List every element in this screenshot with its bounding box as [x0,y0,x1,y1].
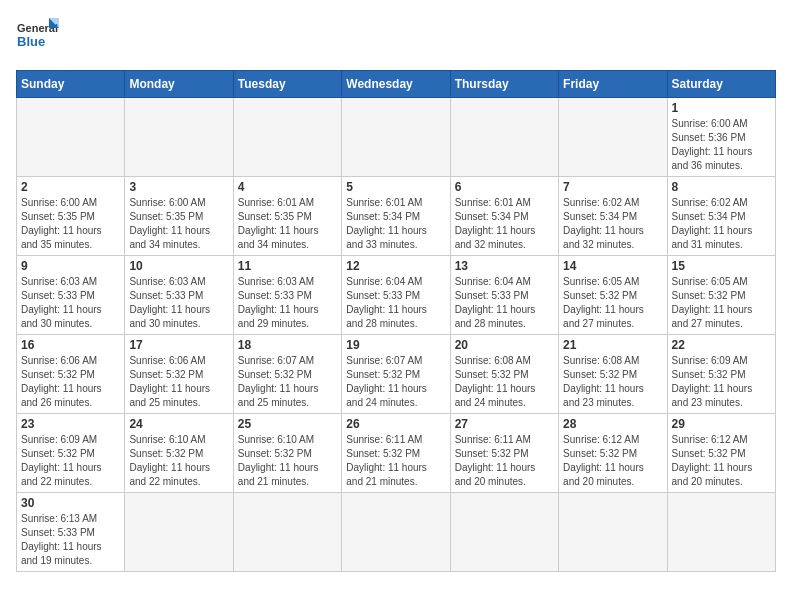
day-number: 17 [129,338,228,352]
calendar-cell [559,493,667,572]
calendar-row: 9Sunrise: 6:03 AM Sunset: 5:33 PM Daylig… [17,256,776,335]
calendar-cell [450,493,558,572]
calendar-cell: 23Sunrise: 6:09 AM Sunset: 5:32 PM Dayli… [17,414,125,493]
day-number: 25 [238,417,337,431]
day-number: 9 [21,259,120,273]
day-number: 29 [672,417,771,431]
calendar-cell [342,493,450,572]
day-number: 4 [238,180,337,194]
day-number: 24 [129,417,228,431]
day-info: Sunrise: 6:12 AM Sunset: 5:32 PM Dayligh… [672,433,771,489]
calendar-cell: 19Sunrise: 6:07 AM Sunset: 5:32 PM Dayli… [342,335,450,414]
logo-svg: General Blue [16,16,60,60]
calendar-cell: 12Sunrise: 6:04 AM Sunset: 5:33 PM Dayli… [342,256,450,335]
day-info: Sunrise: 6:07 AM Sunset: 5:32 PM Dayligh… [238,354,337,410]
day-number: 21 [563,338,662,352]
weekday-header: Saturday [667,71,775,98]
day-info: Sunrise: 6:02 AM Sunset: 5:34 PM Dayligh… [563,196,662,252]
logo: General Blue [16,16,60,60]
calendar-cell: 25Sunrise: 6:10 AM Sunset: 5:32 PM Dayli… [233,414,341,493]
calendar-row: 1Sunrise: 6:00 AM Sunset: 5:36 PM Daylig… [17,98,776,177]
day-number: 11 [238,259,337,273]
calendar-cell: 5Sunrise: 6:01 AM Sunset: 5:34 PM Daylig… [342,177,450,256]
day-info: Sunrise: 6:08 AM Sunset: 5:32 PM Dayligh… [563,354,662,410]
calendar-cell [342,98,450,177]
calendar-cell [559,98,667,177]
day-number: 1 [672,101,771,115]
calendar-row: 30Sunrise: 6:13 AM Sunset: 5:33 PM Dayli… [17,493,776,572]
day-info: Sunrise: 6:07 AM Sunset: 5:32 PM Dayligh… [346,354,445,410]
day-info: Sunrise: 6:04 AM Sunset: 5:33 PM Dayligh… [346,275,445,331]
day-info: Sunrise: 6:13 AM Sunset: 5:33 PM Dayligh… [21,512,120,568]
day-number: 20 [455,338,554,352]
calendar-cell: 8Sunrise: 6:02 AM Sunset: 5:34 PM Daylig… [667,177,775,256]
day-number: 8 [672,180,771,194]
day-number: 23 [21,417,120,431]
calendar-cell [17,98,125,177]
calendar-cell [125,493,233,572]
day-number: 7 [563,180,662,194]
day-info: Sunrise: 6:05 AM Sunset: 5:32 PM Dayligh… [672,275,771,331]
calendar-cell: 1Sunrise: 6:00 AM Sunset: 5:36 PM Daylig… [667,98,775,177]
calendar-row: 2Sunrise: 6:00 AM Sunset: 5:35 PM Daylig… [17,177,776,256]
day-info: Sunrise: 6:09 AM Sunset: 5:32 PM Dayligh… [21,433,120,489]
calendar-cell: 29Sunrise: 6:12 AM Sunset: 5:32 PM Dayli… [667,414,775,493]
day-info: Sunrise: 6:09 AM Sunset: 5:32 PM Dayligh… [672,354,771,410]
calendar-cell [233,493,341,572]
day-info: Sunrise: 6:01 AM Sunset: 5:34 PM Dayligh… [455,196,554,252]
calendar-cell: 26Sunrise: 6:11 AM Sunset: 5:32 PM Dayli… [342,414,450,493]
calendar-cell: 30Sunrise: 6:13 AM Sunset: 5:33 PM Dayli… [17,493,125,572]
calendar-cell: 7Sunrise: 6:02 AM Sunset: 5:34 PM Daylig… [559,177,667,256]
day-info: Sunrise: 6:00 AM Sunset: 5:36 PM Dayligh… [672,117,771,173]
day-info: Sunrise: 6:10 AM Sunset: 5:32 PM Dayligh… [129,433,228,489]
day-info: Sunrise: 6:06 AM Sunset: 5:32 PM Dayligh… [21,354,120,410]
calendar-cell: 2Sunrise: 6:00 AM Sunset: 5:35 PM Daylig… [17,177,125,256]
calendar-cell: 28Sunrise: 6:12 AM Sunset: 5:32 PM Dayli… [559,414,667,493]
calendar-cell: 20Sunrise: 6:08 AM Sunset: 5:32 PM Dayli… [450,335,558,414]
calendar-row: 23Sunrise: 6:09 AM Sunset: 5:32 PM Dayli… [17,414,776,493]
weekday-header: Friday [559,71,667,98]
day-number: 14 [563,259,662,273]
day-info: Sunrise: 6:01 AM Sunset: 5:35 PM Dayligh… [238,196,337,252]
calendar-cell: 17Sunrise: 6:06 AM Sunset: 5:32 PM Dayli… [125,335,233,414]
calendar-cell: 14Sunrise: 6:05 AM Sunset: 5:32 PM Dayli… [559,256,667,335]
day-info: Sunrise: 6:03 AM Sunset: 5:33 PM Dayligh… [238,275,337,331]
calendar-cell: 10Sunrise: 6:03 AM Sunset: 5:33 PM Dayli… [125,256,233,335]
calendar-cell: 3Sunrise: 6:00 AM Sunset: 5:35 PM Daylig… [125,177,233,256]
day-info: Sunrise: 6:05 AM Sunset: 5:32 PM Dayligh… [563,275,662,331]
day-info: Sunrise: 6:00 AM Sunset: 5:35 PM Dayligh… [21,196,120,252]
weekday-header: Wednesday [342,71,450,98]
day-info: Sunrise: 6:04 AM Sunset: 5:33 PM Dayligh… [455,275,554,331]
weekday-header: Sunday [17,71,125,98]
day-number: 13 [455,259,554,273]
calendar-cell: 21Sunrise: 6:08 AM Sunset: 5:32 PM Dayli… [559,335,667,414]
calendar-cell: 13Sunrise: 6:04 AM Sunset: 5:33 PM Dayli… [450,256,558,335]
weekday-header: Thursday [450,71,558,98]
day-number: 18 [238,338,337,352]
calendar-cell: 4Sunrise: 6:01 AM Sunset: 5:35 PM Daylig… [233,177,341,256]
day-info: Sunrise: 6:11 AM Sunset: 5:32 PM Dayligh… [346,433,445,489]
calendar-table: SundayMondayTuesdayWednesdayThursdayFrid… [16,70,776,572]
day-info: Sunrise: 6:00 AM Sunset: 5:35 PM Dayligh… [129,196,228,252]
day-number: 19 [346,338,445,352]
day-info: Sunrise: 6:10 AM Sunset: 5:32 PM Dayligh… [238,433,337,489]
calendar-cell: 18Sunrise: 6:07 AM Sunset: 5:32 PM Dayli… [233,335,341,414]
day-number: 22 [672,338,771,352]
calendar-cell: 16Sunrise: 6:06 AM Sunset: 5:32 PM Dayli… [17,335,125,414]
calendar-cell: 27Sunrise: 6:11 AM Sunset: 5:32 PM Dayli… [450,414,558,493]
day-info: Sunrise: 6:03 AM Sunset: 5:33 PM Dayligh… [21,275,120,331]
calendar-cell: 22Sunrise: 6:09 AM Sunset: 5:32 PM Dayli… [667,335,775,414]
day-number: 28 [563,417,662,431]
calendar-cell [450,98,558,177]
calendar-cell [125,98,233,177]
calendar-cell: 15Sunrise: 6:05 AM Sunset: 5:32 PM Dayli… [667,256,775,335]
calendar-cell: 6Sunrise: 6:01 AM Sunset: 5:34 PM Daylig… [450,177,558,256]
calendar-row: 16Sunrise: 6:06 AM Sunset: 5:32 PM Dayli… [17,335,776,414]
day-number: 26 [346,417,445,431]
day-number: 5 [346,180,445,194]
page-header: General Blue [16,16,776,60]
calendar-cell: 11Sunrise: 6:03 AM Sunset: 5:33 PM Dayli… [233,256,341,335]
day-info: Sunrise: 6:08 AM Sunset: 5:32 PM Dayligh… [455,354,554,410]
calendar-cell: 24Sunrise: 6:10 AM Sunset: 5:32 PM Dayli… [125,414,233,493]
day-number: 16 [21,338,120,352]
